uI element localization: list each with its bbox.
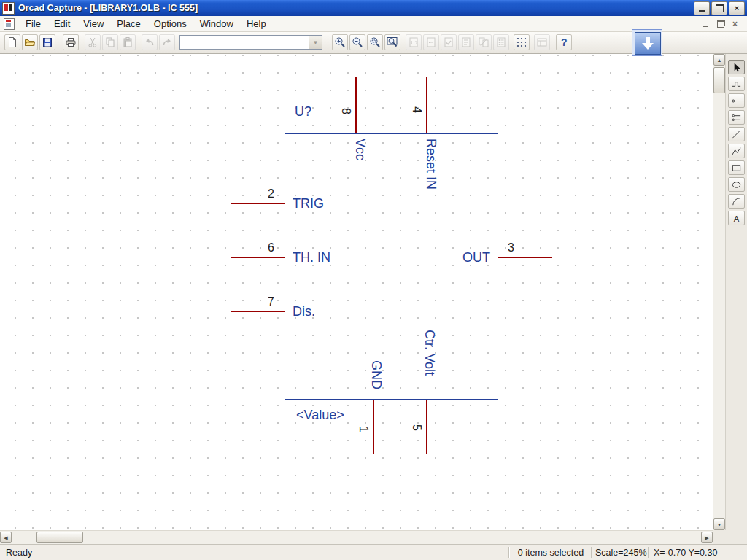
pin-icon xyxy=(731,96,742,106)
scroll-down-icon: ▼ xyxy=(717,522,722,527)
scrollbar-corner xyxy=(713,530,747,544)
scroll-right-button[interactable]: ▶ xyxy=(701,532,713,543)
tool-arc-button[interactable] xyxy=(728,194,745,209)
scroll-left-icon: ◀ xyxy=(4,535,7,540)
pin-5-line[interactable] xyxy=(426,400,427,454)
help-button[interactable]: ? xyxy=(556,34,572,50)
tool-pin-array-button[interactable] xyxy=(728,110,745,125)
pin-2-name[interactable]: TRIG xyxy=(293,197,324,211)
pin-6-line[interactable] xyxy=(231,257,285,258)
horizontal-scroll-thumb[interactable] xyxy=(36,532,83,543)
pin-7-line[interactable] xyxy=(231,311,285,312)
reference-designator-label[interactable]: U? xyxy=(295,105,311,120)
vertical-scrollbar[interactable]: ▲ ▼ xyxy=(713,54,725,530)
minimize-button[interactable] xyxy=(694,1,710,15)
scroll-up-button[interactable]: ▲ xyxy=(713,54,725,66)
zoom-all-button[interactable] xyxy=(384,34,400,50)
library-document-icon[interactable] xyxy=(4,18,15,30)
project-manager-icon xyxy=(536,36,548,48)
zoom-out-button[interactable] xyxy=(349,34,365,50)
pin-2-line[interactable] xyxy=(231,203,285,204)
tool-line-button[interactable] xyxy=(728,127,745,141)
pin-3-line[interactable] xyxy=(498,257,552,258)
tool-ieee-symbol-button[interactable] xyxy=(728,77,745,91)
back-annotate-button[interactable] xyxy=(423,34,439,50)
vertical-scroll-thumb[interactable] xyxy=(713,67,725,93)
pin-4-line[interactable] xyxy=(426,77,427,133)
cut-button[interactable] xyxy=(85,34,101,50)
scroll-down-button[interactable]: ▼ xyxy=(713,518,725,530)
pin-5-name[interactable]: Ctr. Volt xyxy=(422,330,436,376)
create-netlist-button[interactable] xyxy=(458,34,474,50)
pin-8-name[interactable]: Vcc xyxy=(352,139,367,160)
menu-file[interactable]: File xyxy=(19,16,47,31)
pin-3-number[interactable]: 3 xyxy=(508,242,531,254)
new-document-button[interactable] xyxy=(4,34,20,50)
tool-pin-button[interactable] xyxy=(728,93,745,108)
paste-button[interactable] xyxy=(120,34,136,50)
title-bar: Orcad Capture - [LIBRARY1.OLB - IC 555] … xyxy=(0,0,747,16)
bill-of-materials-button[interactable] xyxy=(493,34,509,50)
scroll-left-button[interactable]: ◀ xyxy=(0,532,12,543)
horizontal-scrollbar[interactable]: ◀ ▶ xyxy=(0,530,713,544)
pin-4-name[interactable]: Reset IN xyxy=(423,139,438,190)
annotate-button[interactable]: U? xyxy=(406,34,422,50)
menu-help[interactable]: Help xyxy=(240,16,273,31)
printer-icon xyxy=(65,36,77,48)
pin-1-number[interactable]: 1 xyxy=(357,426,369,432)
menu-edit[interactable]: Edit xyxy=(47,16,77,31)
tool-rectangle-button[interactable] xyxy=(728,160,745,175)
status-bar: Ready 0 items selected Scale=245% X=-0.7… xyxy=(0,544,747,560)
symbol-body[interactable] xyxy=(285,133,498,400)
project-manager-button[interactable] xyxy=(534,34,550,50)
mdi-close-button[interactable]: × xyxy=(729,19,741,29)
pin-8-line[interactable] xyxy=(355,77,357,133)
save-document-button[interactable] xyxy=(39,34,55,50)
pin-6-number[interactable]: 6 xyxy=(251,242,274,254)
part-selector-combobox[interactable]: ▼ xyxy=(179,35,322,50)
pin-3-name[interactable]: OUT xyxy=(417,251,490,265)
help-icon: ? xyxy=(558,36,570,48)
print-button[interactable] xyxy=(63,34,79,50)
menu-options[interactable]: Options xyxy=(147,16,193,31)
orcad-app-icon[interactable] xyxy=(2,2,15,15)
zoom-area-button[interactable] xyxy=(367,34,383,50)
mdi-minimize-button[interactable] xyxy=(700,19,712,29)
snap-to-grid-button[interactable] xyxy=(514,34,530,50)
schematic-canvas[interactable]: U? <Value> 8 Vcc 4 Reset IN 2 TRIG 6 TH.… xyxy=(0,54,713,530)
tool-ellipse-button[interactable] xyxy=(728,177,745,192)
design-rules-check-button[interactable] xyxy=(441,34,457,50)
maximize-button[interactable] xyxy=(711,1,727,15)
tool-select-button[interactable] xyxy=(728,60,745,74)
cross-reference-icon xyxy=(478,36,489,48)
open-document-button[interactable] xyxy=(22,34,38,50)
pin-2-number[interactable]: 2 xyxy=(251,188,274,200)
pin-7-number[interactable]: 7 xyxy=(251,296,274,308)
arrow-stem xyxy=(646,37,650,43)
pin-8-number[interactable]: 8 xyxy=(340,108,352,114)
pin-6-name[interactable]: TH. IN xyxy=(293,251,330,265)
floating-toolbar-button[interactable] xyxy=(632,29,662,56)
pin-4-number[interactable]: 4 xyxy=(411,106,422,113)
pin-1-line[interactable] xyxy=(373,400,374,454)
copy-button[interactable] xyxy=(102,34,118,50)
menu-window[interactable]: Window xyxy=(193,16,240,31)
mdi-window-controls: × xyxy=(697,19,741,29)
status-ready: Ready xyxy=(6,548,32,558)
menu-view[interactable]: View xyxy=(77,16,110,31)
tool-polyline-button[interactable] xyxy=(728,144,745,158)
pin-7-name[interactable]: Dis. xyxy=(293,305,315,319)
redo-button[interactable] xyxy=(159,34,175,50)
svg-text:A: A xyxy=(734,214,740,222)
close-button[interactable]: × xyxy=(729,1,745,15)
pin-1-name[interactable]: GND xyxy=(368,360,383,389)
combobox-dropdown-arrow-icon[interactable]: ▼ xyxy=(309,36,322,49)
undo-button[interactable] xyxy=(142,34,158,50)
cross-reference-button[interactable] xyxy=(476,34,492,50)
value-label[interactable]: <Value> xyxy=(296,408,344,423)
tool-text-button[interactable]: A xyxy=(728,211,745,225)
zoom-in-button[interactable] xyxy=(332,34,348,50)
pin-5-number[interactable]: 5 xyxy=(411,424,422,431)
mdi-restore-button[interactable] xyxy=(714,19,727,29)
menu-place[interactable]: Place xyxy=(110,16,147,31)
